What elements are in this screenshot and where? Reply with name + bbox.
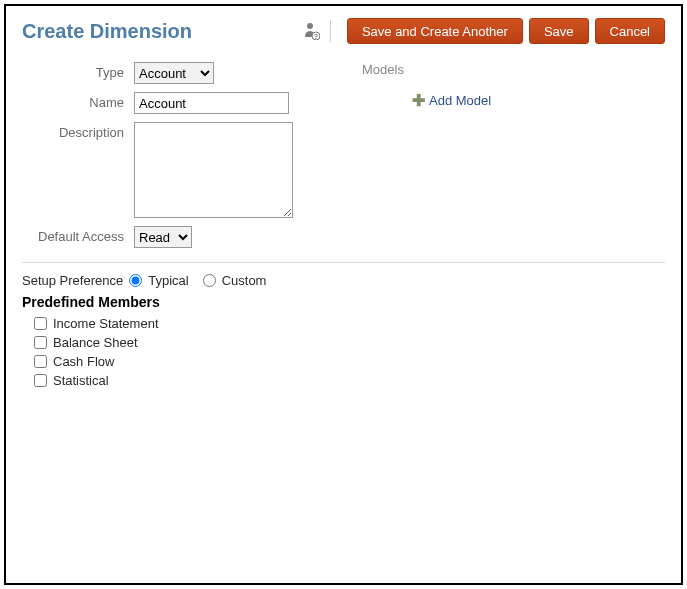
- member-label: Income Statement: [53, 316, 159, 331]
- default-access-select[interactable]: Read: [134, 226, 192, 248]
- plus-icon: ✚: [412, 91, 425, 110]
- member-checkbox-statistical[interactable]: [34, 374, 47, 387]
- member-checkbox-income-statement[interactable]: [34, 317, 47, 330]
- default-access-label: Default Access: [22, 226, 134, 244]
- setup-custom-radio[interactable]: [203, 274, 216, 287]
- member-row: Income Statement: [34, 316, 665, 331]
- member-label: Balance Sheet: [53, 335, 138, 350]
- divider: [22, 262, 665, 263]
- cancel-button[interactable]: Cancel: [595, 18, 665, 44]
- type-label: Type: [22, 62, 134, 80]
- page-title: Create Dimension: [22, 20, 192, 43]
- predefined-members-heading: Predefined Members: [22, 294, 665, 310]
- svg-point-0: [307, 23, 313, 29]
- member-label: Statistical: [53, 373, 109, 388]
- save-button[interactable]: Save: [529, 18, 589, 44]
- add-model-link[interactable]: ✚ Add Model: [412, 91, 491, 110]
- member-label: Cash Flow: [53, 354, 114, 369]
- name-input[interactable]: [134, 92, 289, 114]
- setup-typical-label[interactable]: Typical: [148, 273, 188, 288]
- svg-text:?: ?: [314, 33, 318, 40]
- type-select[interactable]: Account: [134, 62, 214, 84]
- setup-typical-radio[interactable]: [129, 274, 142, 287]
- description-textarea[interactable]: [134, 122, 293, 218]
- create-dimension-dialog: Create Dimension ? Save and Create Anoth…: [4, 4, 683, 585]
- name-label: Name: [22, 92, 134, 110]
- member-row: Cash Flow: [34, 354, 665, 369]
- description-label: Description: [22, 122, 134, 140]
- models-heading: Models: [362, 62, 491, 77]
- dialog-header: Create Dimension ? Save and Create Anoth…: [22, 18, 665, 44]
- separator: [330, 20, 331, 42]
- setup-preference-row: Setup Preference Typical Custom: [22, 273, 665, 288]
- user-help-icon[interactable]: ?: [304, 22, 320, 40]
- member-row: Statistical: [34, 373, 665, 388]
- setup-custom-label[interactable]: Custom: [222, 273, 267, 288]
- save-and-create-another-button[interactable]: Save and Create Another: [347, 18, 523, 44]
- member-checkbox-balance-sheet[interactable]: [34, 336, 47, 349]
- add-model-label: Add Model: [429, 93, 491, 108]
- member-checkbox-cash-flow[interactable]: [34, 355, 47, 368]
- setup-preference-label: Setup Preference: [22, 273, 123, 288]
- member-row: Balance Sheet: [34, 335, 665, 350]
